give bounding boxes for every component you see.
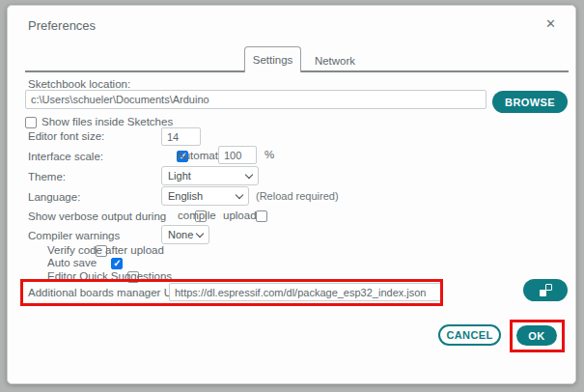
cancel-button[interactable]: CANCEL [438,324,501,346]
browse-button[interactable]: BROWSE [492,91,568,113]
chevron-down-icon [236,190,243,198]
chevron-down-icon [196,229,204,237]
tab-settings[interactable]: Settings [244,46,301,72]
windows-icon [540,284,552,296]
language-label: Language: [28,191,80,203]
verbose-output-label: Show verbose output during [28,210,166,222]
preferences-dialog: Preferences ✕ Settings Network Sketchboo… [7,5,576,384]
compiler-warnings-select[interactable]: None [161,225,209,244]
theme-select[interactable]: Light [161,166,259,185]
editor-font-size-input[interactable] [161,127,201,146]
compiler-warnings-value: None [168,229,193,240]
quick-suggestions-label: Editor Quick Suggestions [47,270,172,282]
language-reload-note: (Reload required) [256,190,339,202]
show-files-checkbox[interactable] [25,117,37,128]
verbose-upload-label: upload [223,210,257,221]
theme-label: Theme: [28,171,66,182]
ok-button[interactable]: OK [516,325,557,346]
open-urls-window-button[interactable] [523,279,568,301]
theme-select-value: Light [168,170,191,182]
dialog-title: Preferences [28,18,96,33]
chevron-down-icon [245,170,253,178]
verify-code-label: Verify code after upload [47,244,164,256]
tab-settings-label: Settings [253,54,293,66]
interface-scale-label: Interface scale: [28,151,103,162]
auto-save-checkbox[interactable] [111,258,123,269]
verbose-upload-checkbox[interactable] [256,210,267,222]
verbose-compile-label: compile [178,210,216,221]
compiler-warnings-label: Compiler warnings [28,230,120,241]
language-select[interactable]: English [161,186,249,206]
sketchbook-location-input[interactable] [25,90,487,109]
desktop-background: Preferences ✕ Settings Network Sketchboo… [0,0,584,392]
sketchbook-location-label: Sketchbook location: [28,78,130,90]
tab-network-label: Network [315,55,355,67]
editor-font-size-label: Editor font size: [28,130,104,142]
show-files-label: Show files inside Sketches [42,116,173,127]
interface-scale-input[interactable] [218,146,257,164]
close-icon[interactable]: ✕ [545,17,556,31]
auto-save-label: Auto save [47,257,97,268]
boards-manager-urls-input[interactable] [169,283,443,301]
language-select-value: English [168,190,203,202]
interface-scale-unit: % [264,149,274,160]
tab-network[interactable]: Network [305,50,365,70]
